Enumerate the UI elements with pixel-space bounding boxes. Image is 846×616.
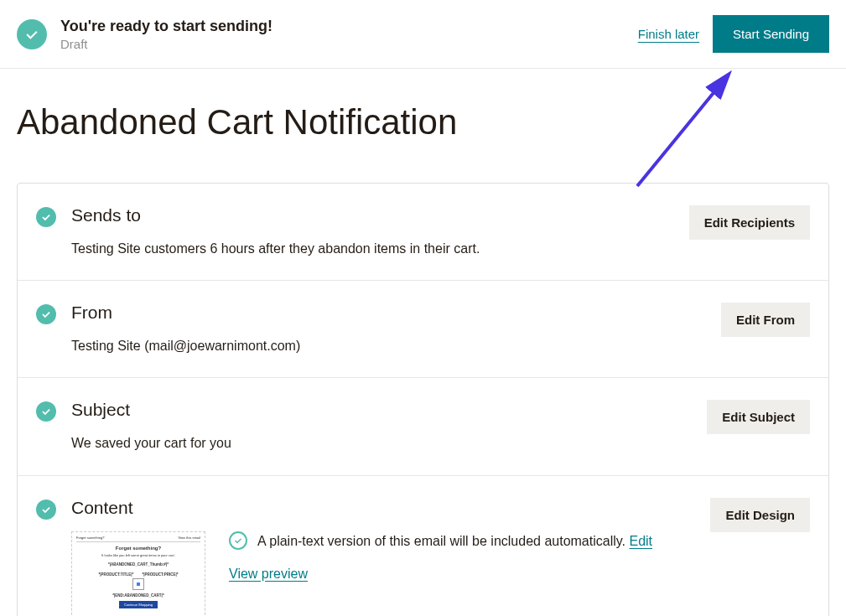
status-check-icon [17,19,47,49]
edit-subject-button[interactable]: Edit Subject [707,400,810,434]
edit-plaintext-link[interactable]: Edit [629,534,652,548]
check-icon [36,207,56,227]
sends-to-text: Testing Site customers 6 hours after the… [71,239,674,258]
check-icon [36,304,56,324]
sends-to-heading: Sends to [71,205,674,225]
campaign-summary-card: Sends to Testing Site customers 6 hours … [17,183,829,616]
subject-heading: Subject [71,400,692,420]
email-preview-thumbnail[interactable]: Forget something?View this email Forget … [71,531,205,616]
edit-design-button[interactable]: Edit Design [710,498,810,532]
header-title: You're ready to start sending! [60,18,625,35]
edit-recipients-button[interactable]: Edit Recipients [689,205,810,240]
check-icon [36,401,56,422]
plaintext-notice: A plain-text version of this email will … [257,531,652,551]
edit-from-button[interactable]: Edit From [721,303,810,337]
finish-later-link[interactable]: Finish later [638,27,699,41]
header-status: Draft [60,37,625,51]
header-text-block: You're ready to start sending! Draft [60,18,625,51]
from-text: Testing Site (mail@joewarnimont.com) [71,336,706,355]
view-preview-link[interactable]: View preview [229,567,308,582]
check-icon [36,500,56,520]
check-outline-icon [229,531,247,550]
start-sending-button[interactable]: Start Sending [713,15,829,53]
page-title: Abandoned Cart Notification [0,69,846,183]
from-heading: From [71,303,706,323]
subject-text: We saved your cart for you [71,433,692,453]
content-heading: Content [71,498,695,518]
